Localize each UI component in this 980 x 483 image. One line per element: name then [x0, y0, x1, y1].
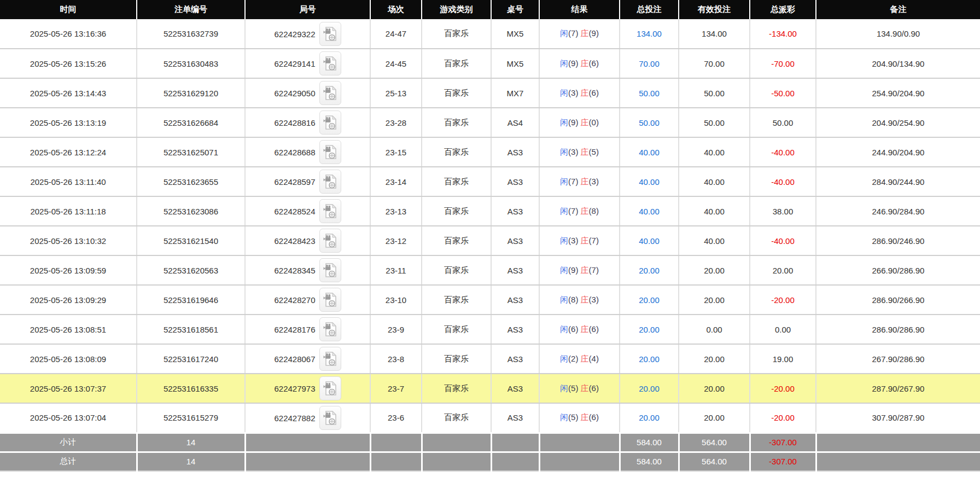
video-replay-button[interactable] [319, 258, 341, 282]
cell-session: 23-14 [370, 167, 422, 196]
cell-round-number: 622428423 [245, 226, 370, 255]
video-replay-button[interactable] [319, 110, 341, 135]
result-banker-label: 庄 [581, 177, 589, 186]
total-payout-sum: -307.00 [750, 433, 816, 452]
cell-bet-number: 522531632739 [137, 19, 245, 49]
video-replay-button[interactable] [319, 317, 341, 341]
cell-total-payout: -40.00 [750, 226, 816, 255]
result-banker-points: (6) [589, 59, 599, 68]
subtotal-row: 小计14584.00564.00-307.00 [0, 433, 980, 452]
result-banker-label: 庄 [581, 412, 589, 422]
video-replay-button[interactable] [319, 51, 341, 75]
cell-total-payout: -40.00 [750, 137, 816, 167]
cell-valid-bet: 20.00 [679, 374, 750, 403]
cell-result: 闲(7) 庄(3) [539, 167, 620, 196]
cell-round-number: 622428688 [245, 137, 370, 167]
cell-round-number: 622427882 [245, 403, 370, 433]
cell-game-type: 百家乐 [422, 285, 491, 315]
cell-valid-bet: 0.00 [679, 315, 750, 344]
table-row[interactable]: 2025-05-26 13:08:51522531618561622428176… [0, 315, 980, 344]
cell-total-payout: -70.00 [750, 49, 816, 78]
cell-empty [245, 452, 370, 471]
cell-remark: 244.90/204.90 [816, 137, 980, 167]
video-replay-button[interactable] [319, 406, 341, 430]
cell-total-payout: -20.00 [750, 374, 816, 403]
cell-table-number: AS3 [491, 255, 539, 285]
cell-time: 2025-05-26 13:08:09 [0, 344, 137, 374]
cell-game-type: 百家乐 [422, 167, 491, 196]
cell-empty [539, 433, 620, 452]
result-banker-label: 庄 [581, 206, 589, 216]
cell-empty [245, 433, 370, 452]
result-player-label: 闲 [560, 206, 568, 216]
result-player-points: (7) [568, 177, 578, 186]
result-banker-label: 庄 [581, 118, 589, 127]
video-file-icon [323, 26, 337, 42]
table-row[interactable]: 2025-05-26 13:11:40522531623655622428597… [0, 167, 980, 196]
cell-valid-bet: 20.00 [679, 255, 750, 285]
result-player-label: 闲 [560, 324, 568, 334]
result-banker-label: 庄 [581, 147, 589, 156]
table-row[interactable]: 2025-05-26 13:08:09522531617240622428067… [0, 344, 980, 374]
cell-bet-number: 522531629120 [137, 78, 245, 108]
cell-time: 2025-05-26 13:16:36 [0, 19, 137, 49]
result-banker-points: (3) [589, 177, 599, 186]
cell-total-bet: 20.00 [620, 315, 679, 344]
cell-remark: 284.90/244.90 [816, 167, 980, 196]
table-row[interactable]: 2025-05-26 13:07:04522531615279622427882… [0, 403, 980, 433]
video-replay-button[interactable] [319, 22, 341, 46]
cell-total-payout: 19.00 [750, 344, 816, 374]
video-replay-button[interactable] [319, 170, 341, 194]
result-banker-label: 庄 [581, 383, 589, 393]
cell-time: 2025-05-26 13:09:59 [0, 255, 137, 285]
total-count: 14 [137, 452, 245, 471]
cell-game-type: 百家乐 [422, 108, 491, 137]
cell-time: 2025-05-26 13:14:43 [0, 78, 137, 108]
result-player-label: 闲 [560, 265, 568, 275]
cell-session: 24-47 [370, 19, 422, 49]
result-player-points: (5) [568, 412, 578, 422]
cell-round-number: 622428176 [245, 315, 370, 344]
table-row[interactable]: 2025-05-26 13:11:18522531623086622428524… [0, 196, 980, 226]
table-row[interactable]: 2025-05-26 13:15:26522531630483622429141… [0, 49, 980, 78]
cell-total-bet: 40.00 [620, 226, 679, 255]
cell-remark: 254.90/204.90 [816, 78, 980, 108]
cell-time: 2025-05-26 13:15:26 [0, 49, 137, 78]
cell-empty [491, 452, 539, 471]
cell-bet-number: 522531626684 [137, 108, 245, 137]
cell-result: 闲(9) 庄(6) [539, 49, 620, 78]
table-row[interactable]: 2025-05-26 13:10:32522531621540622428423… [0, 226, 980, 255]
table-row[interactable]: 2025-05-26 13:13:19522531626684622428816… [0, 108, 980, 137]
video-file-icon [323, 55, 337, 72]
table-row[interactable]: 2025-05-26 13:12:24522531625071622428688… [0, 137, 980, 167]
video-file-icon [323, 85, 337, 101]
table-row[interactable]: 2025-05-26 13:07:37522531616335622427973… [0, 374, 980, 403]
video-replay-button[interactable] [319, 229, 341, 253]
result-player-label: 闲 [560, 59, 568, 68]
table-row[interactable]: 2025-05-26 13:14:43522531629120622429050… [0, 78, 980, 108]
cell-result: 闲(3) 庄(5) [539, 137, 620, 167]
video-replay-button[interactable] [319, 140, 341, 164]
video-replay-button[interactable] [319, 347, 341, 371]
result-banker-label: 庄 [581, 236, 589, 245]
cell-session: 23-7 [370, 374, 422, 403]
cell-total-bet: 20.00 [620, 285, 679, 315]
result-player-points: (9) [568, 118, 578, 127]
result-banker-points: (9) [589, 28, 599, 38]
cell-round-number: 622429322 [245, 19, 370, 49]
video-replay-button[interactable] [319, 199, 341, 223]
video-replay-button[interactable] [319, 288, 341, 312]
cell-remark: 286.90/246.90 [816, 226, 980, 255]
cell-result: 闲(9) 庄(7) [539, 255, 620, 285]
cell-table-number: AS3 [491, 167, 539, 196]
table-row[interactable]: 2025-05-26 13:16:36522531632739622429322… [0, 19, 980, 49]
table-row[interactable]: 2025-05-26 13:09:59522531620563622428345… [0, 255, 980, 285]
column-header-table_no: 桌号 [491, 0, 539, 19]
video-replay-button[interactable] [319, 81, 341, 105]
result-banker-points: (4) [589, 354, 599, 363]
video-replay-button[interactable] [319, 376, 341, 400]
total-bet-sum: 584.00 [620, 452, 679, 471]
video-file-icon [323, 351, 337, 367]
table-row[interactable]: 2025-05-26 13:09:29522531619646622428270… [0, 285, 980, 315]
cell-session: 23-15 [370, 137, 422, 167]
